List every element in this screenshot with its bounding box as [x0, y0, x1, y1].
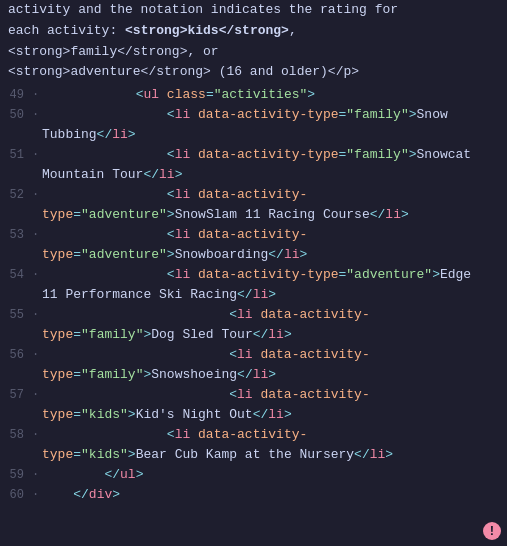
- line-dot-51: ·: [32, 145, 42, 165]
- header-line2: each activity: <strong>kids</strong>,: [8, 23, 297, 38]
- strong-kids-close: </strong>: [219, 23, 289, 38]
- code-line-57: 57 · <li data-activity-: [0, 385, 507, 405]
- line-dot-55: ·: [32, 305, 42, 325]
- code-line-53: 53 · <li data-activity-: [0, 225, 507, 245]
- header-line1: activity and the notation indicates the …: [8, 2, 398, 17]
- line-content-53: <li data-activity-: [42, 225, 507, 245]
- code-line-51b: Mountain Tour</li>: [0, 165, 507, 185]
- line-number-56: 56: [0, 345, 32, 365]
- line-content-58: <li data-activity-: [42, 425, 507, 445]
- line-content-54: <li data-activity-type="adventure">Edge: [42, 265, 507, 285]
- line-dot-50: ·: [32, 105, 42, 125]
- code-line-60: 60 · </div>: [0, 485, 507, 505]
- line-number-49: 49: [0, 85, 32, 105]
- line-content-51b: Mountain Tour</li>: [42, 165, 507, 185]
- header-text: activity and the notation indicates the …: [0, 0, 507, 83]
- code-line-55b: type="family">Dog Sled Tour</li>: [0, 325, 507, 345]
- code-line-56: 56 · <li data-activity-: [0, 345, 507, 365]
- code-line-55: 55 · <li data-activity-: [0, 305, 507, 325]
- line-number-58: 58: [0, 425, 32, 445]
- line-content-55b: type="family">Dog Sled Tour</li>: [42, 325, 507, 345]
- line-number-52: 52: [0, 185, 32, 205]
- line-content-50: <li data-activity-type="family">Snow: [42, 105, 507, 125]
- line-content-60: </div>: [42, 485, 507, 505]
- line-number-59: 59: [0, 465, 32, 485]
- code-line-50: 50 · <li data-activity-type="family">Sno…: [0, 105, 507, 125]
- line-dot-59: ·: [32, 465, 42, 485]
- line-content-52: <li data-activity-: [42, 185, 507, 205]
- strong-kids-text: kids: [187, 23, 218, 38]
- line-number-51: 51: [0, 145, 32, 165]
- line-number-50: 50: [0, 105, 32, 125]
- code-line-59: 59 · </ul>: [0, 465, 507, 485]
- line-dot-57: ·: [32, 385, 42, 405]
- line-content-55: <li data-activity-: [42, 305, 507, 325]
- line-dot-53: ·: [32, 225, 42, 245]
- code-line-49: 49 · <ul class="activities">: [0, 85, 507, 105]
- code-line-54: 54 · <li data-activity-type="adventure">…: [0, 265, 507, 285]
- code-line-58: 58 · <li data-activity-: [0, 425, 507, 445]
- line-number-55: 55: [0, 305, 32, 325]
- line-content-59: </ul>: [42, 465, 507, 485]
- line-number-57: 57: [0, 385, 32, 405]
- line-content-58b: type="kids">Bear Cub Kamp at the Nursery…: [42, 445, 507, 465]
- code-line-57b: type="kids">Kid's Night Out</li>: [0, 405, 507, 425]
- line-dot-60: ·: [32, 485, 42, 505]
- line-number-60: 60: [0, 485, 32, 505]
- line-dot-56: ·: [32, 345, 42, 365]
- line-content-56b: type="family">Snowshoeing</li>: [42, 365, 507, 385]
- line-content-50b: Tubbing</li>: [42, 125, 507, 145]
- error-badge[interactable]: !: [483, 522, 501, 540]
- code-line-53b: type="adventure">Snowboarding</li>: [0, 245, 507, 265]
- line-dot-58: ·: [32, 425, 42, 445]
- line-content-52b: type="adventure">SnowSlam 11 Racing Cour…: [42, 205, 507, 225]
- code-line-52b: type="adventure">SnowSlam 11 Racing Cour…: [0, 205, 507, 225]
- code-line-58b: type="kids">Bear Cub Kamp at the Nursery…: [0, 445, 507, 465]
- line-dot-52: ·: [32, 185, 42, 205]
- line-content-56: <li data-activity-: [42, 345, 507, 365]
- line-number-54: 54: [0, 265, 32, 285]
- code-line-56b: type="family">Snowshoeing</li>: [0, 365, 507, 385]
- header-line3: <strong>family</strong>, or: [8, 44, 219, 59]
- line-content-49: <ul class="activities">: [42, 85, 507, 105]
- header-line4: <strong>adventure</strong> (16 and older…: [8, 64, 359, 79]
- line-number-53: 53: [0, 225, 32, 245]
- line-content-57b: type="kids">Kid's Night Out</li>: [42, 405, 507, 425]
- line-content-53b: type="adventure">Snowboarding</li>: [42, 245, 507, 265]
- line-dot-49: ·: [32, 85, 42, 105]
- line-dot-54: ·: [32, 265, 42, 285]
- code-line-50b: Tubbing</li>: [0, 125, 507, 145]
- code-line-52: 52 · <li data-activity-: [0, 185, 507, 205]
- code-editor: activity and the notation indicates the …: [0, 0, 507, 546]
- line-content-54b: 11 Performance Ski Racing</li>: [42, 285, 507, 305]
- line-content-51: <li data-activity-type="family">Snowcat: [42, 145, 507, 165]
- code-line-54b: 11 Performance Ski Racing</li>: [0, 285, 507, 305]
- strong-kids: <strong>: [125, 23, 187, 38]
- code-line-51: 51 · <li data-activity-type="family">Sno…: [0, 145, 507, 165]
- line-content-57: <li data-activity-: [42, 385, 507, 405]
